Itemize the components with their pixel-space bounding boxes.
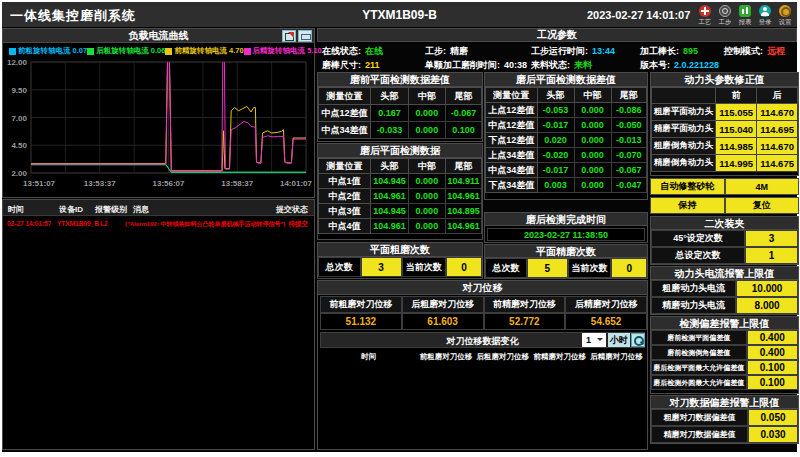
alarm-col-header: 消息 [133, 204, 149, 215]
setting-value[interactable]: 0.050 [748, 409, 798, 426]
status-item-label: 磨棒尺寸: [322, 60, 361, 70]
legend-label: 后粗旋转轴电流 0.06 [96, 46, 165, 56]
menu-item-process[interactable]: 工艺 [695, 3, 715, 26]
status-section-header: 工况参数 [317, 28, 797, 42]
table-header-cell: 头部 [371, 159, 408, 174]
row-label: 粗磨倒角动力头 [652, 138, 716, 155]
pre-grind-diff-title: 磨前平面检测数据差值 [318, 73, 482, 87]
value-cell[interactable]: 114.985 [716, 138, 757, 155]
value-cell[interactable]: 114.670 [757, 138, 798, 155]
chart-title: 负载电流曲线 [129, 30, 189, 41]
value-cell[interactable]: 114.695 [757, 121, 798, 138]
tool-offset-col-header: 后粗磨对刀位移 [402, 296, 484, 313]
value-cell[interactable]: 115.040 [716, 121, 757, 138]
legend-swatch [87, 48, 94, 55]
current-limit-panel: 动力头电流报警上限值 粗磨动力头电流10.000精磨动力头电流8.000 [650, 266, 799, 315]
table-header-cell: 测量位置 [486, 88, 538, 103]
value-cell: 0.000 [408, 105, 445, 122]
chart-header: 负载电流曲线 [3, 29, 314, 43]
row-label: 中点2值 [319, 189, 371, 204]
alarm-col-header: 设备ID [59, 204, 83, 215]
count-current-value[interactable]: 0 [611, 258, 647, 278]
tool-limit-title: 对刀数据偏差报警上限值 [651, 396, 798, 409]
status-item-label: 单颗加工磨削时间: [425, 60, 500, 70]
status-item: 工步运行时间:13:44 [531, 45, 615, 58]
status-item-label: 工步: [425, 46, 446, 56]
value-cell: 104.911 [446, 174, 482, 189]
setting-value[interactable]: 8.000 [736, 297, 798, 314]
value-cell: 0.000 [408, 174, 445, 189]
setting-value[interactable]: 0.100 [747, 360, 798, 375]
count-total-value[interactable]: 5 [527, 258, 568, 278]
tool-offset-value: 61.603 [402, 313, 484, 330]
menu-item-login[interactable]: 登录 [755, 3, 775, 26]
value-cell[interactable]: 114.670 [757, 104, 798, 121]
setting-label: 粗磨动力头电流 [651, 280, 736, 297]
value-cell: -0.067 [446, 105, 482, 122]
power-head-title: 动力头参数修正值 [651, 73, 798, 87]
alarm-cell: YTXM1B09_B [57, 220, 99, 227]
count-current-label: 当前次数 [568, 258, 612, 278]
menu-item-label: 工步 [716, 17, 734, 25]
status-item-label: 控制模式: [724, 46, 763, 56]
table-header-cell: 尾部 [446, 88, 482, 105]
svg-text:14:01:07: 14:01:07 [280, 179, 313, 188]
auto-dress-wheel-button[interactable]: 自动修整砂轮 [650, 178, 725, 195]
menu-item-report[interactable]: 报表 [735, 3, 755, 26]
status-item-label: 版本号: [640, 60, 670, 70]
hold-button[interactable]: 保持 [650, 197, 725, 214]
message-icon[interactable] [298, 30, 312, 42]
menu-item-label: 报表 [736, 17, 754, 25]
value-cell: 0.000 [574, 178, 611, 193]
alarm-table-header: 时间设备ID报警级别消息提交状态 [3, 200, 314, 216]
status-item-value: 13:44 [592, 46, 615, 56]
setting-value[interactable]: 10.000 [736, 280, 798, 297]
table-header-cell: 中部 [408, 159, 445, 174]
value-cell[interactable]: 114.995 [716, 155, 757, 172]
refresh-icon[interactable] [282, 30, 296, 42]
post_grind_data-table: 测量位置头部中部尾部中点1值104.9450.000104.911中点2值104… [318, 158, 482, 234]
table-header-cell: 尾部 [446, 159, 482, 174]
setting-label: 45°设定次数 [651, 230, 745, 247]
value-cell[interactable]: 114.675 [757, 155, 798, 172]
setting-label: 磨前检测倒角偏差值 [651, 345, 747, 360]
table-header-cell: 中部 [408, 88, 445, 105]
setting-value[interactable]: 0.400 [747, 345, 798, 360]
status-item: 在线状态:在线 [322, 45, 383, 58]
value-cell: 0.000 [408, 189, 445, 204]
post_grind_diff-table: 测量位置头部中部尾部上点12差值-0.0530.000-0.086中点12差值-… [485, 87, 647, 193]
legend-item[interactable]: 前粗旋转轴电流 0.07 [9, 46, 87, 56]
power-col-header: 前 [716, 88, 757, 104]
report-icon [739, 5, 751, 17]
search-icon[interactable] [631, 333, 645, 347]
menu-item-settings[interactable]: 设置 [775, 3, 795, 26]
svg-text:13:56:07: 13:56:07 [152, 179, 185, 188]
menu-item-step[interactable]: 工步 [715, 3, 735, 26]
svg-text:13:53:37: 13:53:37 [84, 179, 117, 188]
setting-value[interactable]: 0.030 [748, 426, 798, 443]
setting-value[interactable]: 3 [745, 230, 798, 247]
count-current-value[interactable]: 0 [446, 257, 482, 277]
history-col-header: 前精磨对刀位移 [531, 350, 588, 363]
legend-item[interactable]: 后精旋转轴电流 5.10 [244, 46, 322, 56]
count-total-value[interactable]: 3 [361, 257, 402, 277]
svg-text:9.50: 9.50 [11, 86, 27, 95]
setting-value[interactable]: 0.100 [747, 375, 798, 390]
setting-value[interactable]: 1 [745, 247, 798, 264]
power-col-header: 后 [757, 88, 798, 104]
reset-button[interactable]: 复位 [725, 197, 800, 214]
status-item: 加工棒长:895 [640, 45, 698, 58]
legend-item[interactable]: 后粗旋转轴电流 0.06 [87, 46, 165, 56]
svg-text:13:51:07: 13:51:07 [23, 179, 56, 188]
count-total-label: 总次数 [485, 258, 527, 278]
time-range-dropdown[interactable]: 1 [582, 333, 606, 347]
value-cell[interactable]: 115.055 [716, 104, 757, 121]
legend-item[interactable]: 前精旋转轴电流 4.70 [165, 46, 243, 56]
setting-value[interactable]: 0.400 [747, 330, 798, 345]
post-grind-diff-panel: 磨后平面检测数据差值 测量位置头部中部尾部上点12差值-0.0530.000-0… [484, 72, 648, 200]
chart-legend: 前粗旋转轴电流 0.07后粗旋转轴电流 0.06前精旋转轴电流 4.70后精旋转… [3, 44, 314, 58]
dress-amount-button[interactable]: 4M [725, 178, 800, 195]
row-label: 中点4值 [319, 219, 371, 234]
status-item-label: 工步运行时间: [531, 46, 588, 56]
alarm-row[interactable]: 02-27 14:01:57YTXM1B09_BL2("Alarm192: 中转… [3, 217, 314, 231]
